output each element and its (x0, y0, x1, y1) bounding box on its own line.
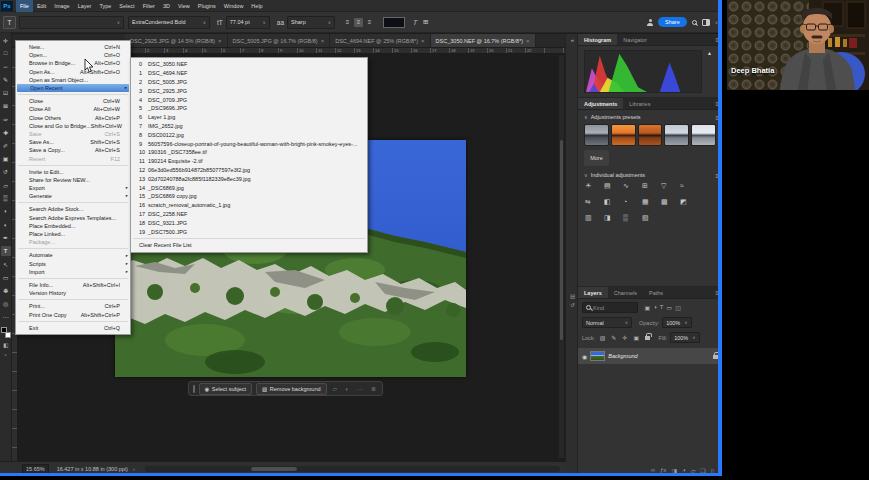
zoom-level-field[interactable]: 15.65% (22, 464, 49, 474)
recent-file-item[interactable]: 16 scratch_removal_automatic_1.jpg (131, 201, 367, 210)
tool-button[interactable]: ↖ (1, 259, 11, 269)
quick-mask-button[interactable]: ◧ (3, 342, 8, 348)
vertical-scrollbar[interactable] (559, 55, 564, 458)
file-menu-item[interactable]: Share for Review NEW... (16, 176, 130, 184)
adjustment-icon[interactable]: ▒ (623, 214, 642, 230)
file-menu-item[interactable]: Generate ▸ (16, 192, 130, 200)
document-tab[interactable]: DSC_4694.NEF @ 25% (RGB/8*) × (330, 34, 430, 47)
fill-select[interactable]: 100% ∨ (670, 332, 699, 343)
foreground-color-swatch[interactable] (1, 327, 7, 333)
vertical-scrollbar-thumb[interactable] (560, 140, 563, 340)
tool-button[interactable]: T (1, 246, 11, 256)
panel-tab[interactable]: Adjustments (578, 98, 623, 109)
adjustment-icon[interactable]: ▦ (642, 198, 661, 214)
file-menu-item[interactable]: Exit Ctrl+Q (16, 324, 130, 332)
adjustment-icon[interactable]: ▩ (661, 198, 680, 214)
adjustment-preset-thumbnail[interactable] (638, 124, 663, 146)
panel-menu-icon[interactable]: ≡ (715, 287, 719, 299)
properties-icon[interactable]: ≣ (369, 385, 378, 392)
layers-footer-icon[interactable]: ▯ (711, 467, 714, 474)
recent-file-item[interactable]: 2 DSC_5005.JPG (131, 78, 367, 87)
recent-file-item[interactable]: 6 Layer 1.jpg (131, 113, 367, 122)
file-menu-item[interactable]: Save As... Shift+Ctrl+S (16, 138, 130, 146)
tool-button[interactable]: ✑ (1, 114, 11, 124)
cloud-user-icon[interactable] (647, 19, 653, 26)
file-menu-item[interactable]: File Info... Alt+Shift+Ctrl+I (16, 281, 130, 289)
layers-footer-icon[interactable]: ◑ (682, 467, 686, 474)
menu-bar-item[interactable]: Window (220, 0, 248, 12)
file-menu-item[interactable]: Revert F12 (16, 154, 130, 162)
menu-bar-item[interactable]: Select (115, 0, 138, 12)
file-menu-item[interactable]: Search Adobe Express Templates... (16, 214, 130, 222)
recent-file-item[interactable]: 7 IMG_2652.jpg (131, 122, 367, 131)
layers-footer-icon[interactable]: ◨ (671, 467, 677, 474)
recent-file-item[interactable]: 12 06e3d0ed556b914872b85077597e3f2.jpg (131, 166, 367, 175)
layer-filter-icon[interactable]: ▣ (643, 304, 652, 311)
text-color-swatch[interactable] (383, 17, 405, 28)
file-menu-item[interactable]: Automate ▸ (16, 251, 130, 259)
tool-button[interactable]: ▒ (1, 193, 11, 203)
lock-option-icon[interactable]: ▨ (598, 334, 607, 341)
tool-button[interactable]: ▱ (1, 180, 11, 190)
close-icon[interactable]: × (526, 38, 530, 44)
lock-option-icon[interactable]: ▣ (632, 334, 641, 341)
menu-bar-item[interactable]: Filter (139, 0, 159, 12)
adjustment-icon[interactable]: ◨ (604, 214, 623, 230)
workspace-switcher-icon[interactable] (702, 19, 710, 26)
histogram-warning-icon[interactable]: ▲ (707, 50, 712, 56)
tool-button[interactable]: ↺ (1, 167, 11, 177)
adjustment-preset-thumbnail[interactable] (691, 124, 716, 146)
adjustment-icon[interactable]: ▤ (604, 182, 623, 198)
menu-bar-item[interactable]: Help (247, 0, 266, 12)
adjustment-icon[interactable]: ∿ (623, 182, 642, 198)
panel-menu-icon[interactable]: ≡ (715, 112, 719, 124)
file-menu-item[interactable]: Open... Ctrl+O (16, 51, 130, 59)
remove-background-button[interactable]: ▨ Remove background (256, 383, 326, 395)
tool-preset-icon[interactable]: T (3, 16, 16, 29)
file-menu-item[interactable]: Open As... Alt+Shift+Ctrl+O (16, 68, 130, 76)
file-menu-item[interactable]: Close Others Alt+Ctrl+P (16, 114, 130, 122)
tool-button[interactable]: ✒ (1, 233, 11, 243)
more-options-icon[interactable]: ⋯ (355, 385, 365, 392)
layer-row[interactable]: ◉ Background (578, 348, 722, 364)
close-icon[interactable]: × (321, 38, 325, 44)
adjustment-icon[interactable]: ≈ (680, 182, 699, 198)
file-menu-item[interactable]: Print... Ctrl+P (16, 302, 130, 310)
share-button[interactable]: Share (658, 17, 687, 27)
adjustment-preset-thumbnail[interactable] (664, 124, 689, 146)
status-arrow-icon[interactable]: › (133, 466, 135, 472)
lock-option-icon[interactable]: ✎ (610, 334, 618, 341)
adjustment-icon[interactable]: ▽ (661, 182, 680, 198)
file-menu-item[interactable]: Open as Smart Object... (16, 76, 130, 84)
document-tab[interactable]: DSC_2925.JPG @ 14.5% (RGB/8) × (125, 34, 228, 47)
recent-file-item[interactable]: 19 _DSC7500.JPG (131, 227, 367, 236)
align-left-button[interactable]: ≡ (343, 18, 352, 27)
layer-filter-icon[interactable]: T (658, 304, 665, 311)
tool-button[interactable]: ◗ (1, 206, 11, 216)
panel-tab[interactable]: Paths (643, 287, 669, 298)
blend-mode-select[interactable]: Normal ∨ (582, 317, 632, 328)
menu-bar-item[interactable]: Image (50, 0, 73, 12)
tool-button[interactable]: ✛ (1, 35, 11, 45)
transform-icon[interactable]: ▱ (331, 385, 340, 392)
search-icon[interactable] (692, 20, 697, 25)
file-menu-item[interactable]: Scripts ▸ (16, 260, 130, 268)
file-menu-item[interactable]: Place Linked... (16, 230, 130, 238)
tool-button[interactable]: ✎ (1, 75, 11, 85)
recent-file-item[interactable]: 10 190316 _DSC7358ee.tif (131, 148, 367, 157)
font-size-select[interactable]: 77.04 pt ∨ (226, 16, 270, 29)
close-icon[interactable]: × (218, 38, 222, 44)
adjustment-icon[interactable]: ⊞ (642, 182, 661, 198)
layers-footer-icon[interactable]: ▱ (691, 467, 696, 474)
file-menu-item[interactable] (18, 165, 128, 166)
individual-section-header[interactable]: ∨ Individual adjustments ≡ (578, 168, 722, 180)
panel-menu-icon[interactable]: ≡ (715, 34, 719, 46)
tool-button[interactable]: ∽ (1, 61, 11, 71)
lock-option-icon[interactable] (644, 334, 652, 341)
menu-bar-item[interactable]: Type (95, 0, 115, 12)
layer-filter-icon[interactable]: ◑ (652, 304, 659, 311)
chevron-down-icon[interactable]: ∨ (715, 20, 718, 25)
file-menu-item[interactable]: Invite to Edit... (16, 168, 130, 176)
recent-file-item[interactable]: 4 DSC_0709.JPG (131, 95, 367, 104)
panel-tab[interactable]: Navigator (617, 34, 653, 45)
